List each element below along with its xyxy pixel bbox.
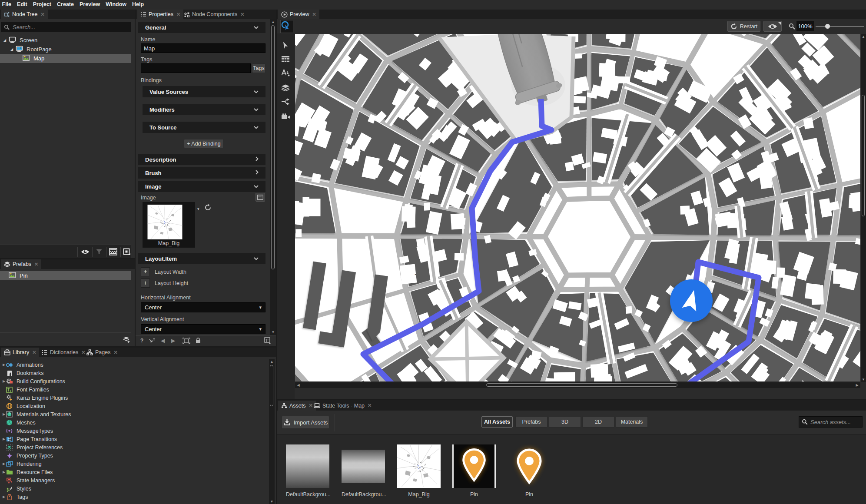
svg-text:T: T — [10, 389, 12, 393]
